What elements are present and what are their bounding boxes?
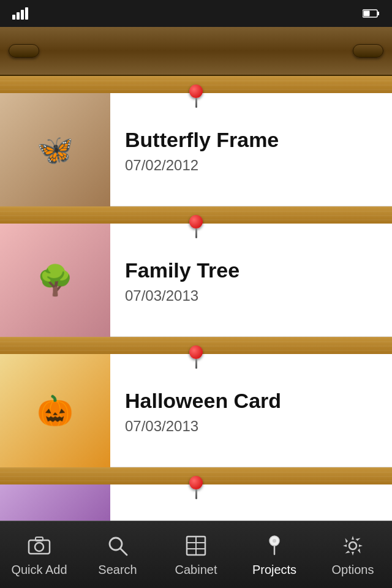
tab-label-options: Options — [332, 563, 374, 577]
list-item[interactable]: 🎀Joy Bag03/1/2013 — [0, 484, 392, 521]
tab-label-projects: Projects — [252, 563, 296, 577]
item-info: Family Tree07/03/2013 — [110, 224, 392, 336]
list-item[interactable]: 🌳Family Tree07/03/2013 — [0, 224, 392, 337]
item-info: Joy Bag03/1/2013 — [110, 484, 392, 521]
pin-icon — [189, 476, 203, 498]
pin-icon — [189, 345, 203, 368]
tab-label-quick-add: Quick Add — [11, 563, 67, 577]
pin-icon — [261, 532, 288, 559]
svg-rect-5 — [36, 537, 43, 541]
cabinet-icon — [183, 532, 209, 559]
item-date: 07/02/2012 — [125, 157, 380, 174]
svg-point-4 — [35, 543, 43, 551]
tab-projects[interactable]: Projects — [235, 526, 314, 583]
item-date: 07/03/2013 — [125, 287, 380, 304]
top-nav — [0, 27, 392, 76]
item-info: Butterfly Frame07/02/2012 — [110, 93, 392, 206]
battery-icon — [363, 9, 380, 18]
tab-quick-add[interactable]: Quick Add — [0, 526, 78, 583]
camera-icon — [26, 532, 53, 559]
tab-search[interactable]: Search — [78, 526, 157, 583]
item-thumbnail: 🦋 — [0, 93, 110, 206]
thumbnail-image: 🎀 — [0, 484, 110, 521]
item-info: Halloween Card07/03/2013 — [110, 354, 392, 467]
item-title: Family Tree — [125, 258, 380, 283]
tab-bar: Quick Add Search Cabinet Projects Option… — [0, 521, 392, 588]
svg-point-14 — [273, 539, 276, 543]
svg-rect-1 — [377, 12, 379, 15]
search-icon — [104, 532, 131, 559]
thumbnail-image: 🎃 — [0, 354, 110, 467]
status-bar — [0, 0, 392, 27]
list-area: 🦋Butterfly Frame07/02/2012🌳Family Tree07… — [0, 76, 392, 521]
svg-point-15 — [349, 542, 356, 549]
item-title: Butterfly Frame — [125, 127, 380, 153]
list-item[interactable]: 🎃Halloween Card07/03/2013 — [0, 354, 392, 467]
new-button[interactable] — [9, 44, 39, 58]
thumbnail-image: 🦋 — [0, 93, 110, 206]
svg-line-7 — [121, 549, 127, 555]
status-right — [359, 9, 380, 18]
tab-label-cabinet: Cabinet — [175, 563, 217, 577]
edit-button[interactable] — [353, 44, 383, 58]
status-left — [12, 7, 36, 20]
item-thumbnail: 🎃 — [0, 354, 110, 467]
item-thumbnail: 🌳 — [0, 224, 110, 337]
gear-icon — [339, 532, 366, 559]
thumbnail-image: 🌳 — [0, 224, 110, 337]
item-title: Halloween Card — [125, 388, 380, 413]
signal-bars — [12, 7, 28, 20]
list-item[interactable]: 🦋Butterfly Frame07/02/2012 — [0, 93, 392, 206]
pin-icon — [189, 85, 203, 107]
tab-cabinet[interactable]: Cabinet — [157, 526, 235, 583]
svg-point-6 — [110, 538, 122, 550]
tab-label-search: Search — [98, 563, 137, 577]
svg-rect-2 — [364, 11, 370, 17]
pin-icon — [189, 215, 203, 237]
tab-options[interactable]: Options — [314, 526, 392, 583]
item-date: 07/03/2013 — [125, 418, 380, 435]
item-thumbnail: 🎀 — [0, 484, 110, 521]
